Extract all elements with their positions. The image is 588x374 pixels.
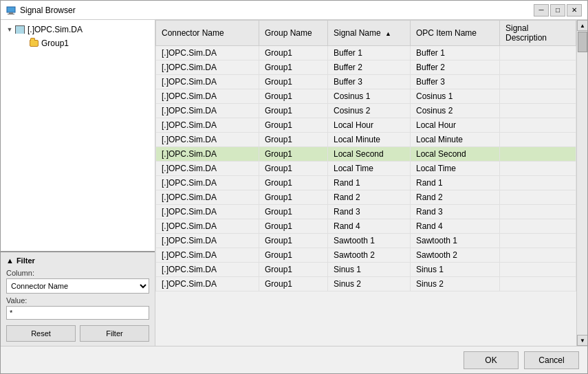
tree-child-expand xyxy=(19,38,28,48)
header-group-label: Group Name xyxy=(265,28,312,38)
table-row[interactable]: [.]OPC.Sim.DAGroup1Rand 3Rand 3 xyxy=(156,205,576,219)
table-row[interactable]: [.]OPC.Sim.DAGroup1Rand 4Rand 4 xyxy=(156,219,576,234)
scroll-thumb[interactable] xyxy=(578,32,587,52)
cell-connector: [.]OPC.Sim.DA xyxy=(156,147,259,162)
header-signal[interactable]: Signal Name ▲ xyxy=(328,21,411,46)
cell-group: Group1 xyxy=(259,176,328,190)
cell-desc xyxy=(500,89,576,104)
filter-buttons: Reset Filter xyxy=(6,325,149,342)
tree-child-item[interactable]: Group1 xyxy=(17,36,152,50)
filter-panel: ▲ Filter Column: Connector NameGroup Nam… xyxy=(1,251,155,346)
table-row[interactable]: [.]OPC.Sim.DAGroup1Cosinus 1Cosinus 1 xyxy=(156,89,576,104)
cell-opc: Rand 3 xyxy=(411,205,500,219)
filter-column-select[interactable]: Connector NameGroup NameSignal NameOPC I… xyxy=(6,278,149,294)
cell-desc xyxy=(500,219,576,234)
table-row[interactable]: [.]OPC.Sim.DAGroup1Local TimeLocal Time xyxy=(156,162,576,176)
table-row[interactable]: [.]OPC.Sim.DAGroup1Rand 2Rand 2 xyxy=(156,190,576,205)
table-header: Connector Name Group Name Signal Name ▲ xyxy=(156,21,576,46)
cell-desc xyxy=(500,176,576,190)
filter-button[interactable]: Filter xyxy=(80,325,149,342)
cell-signal: Buffer 1 xyxy=(328,46,411,60)
scroll-up-button[interactable]: ▲ xyxy=(577,20,587,31)
folder-icon xyxy=(28,38,39,49)
tree-root-item[interactable]: ▼ [.]OPC.Sim.DA xyxy=(3,23,152,36)
header-group[interactable]: Group Name xyxy=(259,21,328,46)
table-row[interactable]: [.]OPC.Sim.DAGroup1Local SecondLocal Sec… xyxy=(156,147,576,162)
cell-group: Group1 xyxy=(259,147,328,162)
cell-group: Group1 xyxy=(259,60,328,75)
cell-desc xyxy=(500,263,576,277)
filter-value-label: Value: xyxy=(6,296,149,305)
cancel-button[interactable]: Cancel xyxy=(524,351,579,369)
vertical-scrollbar[interactable]: ▲ ▼ xyxy=(576,20,587,346)
table-row[interactable]: [.]OPC.Sim.DAGroup1Cosinus 2Cosinus 2 xyxy=(156,104,576,118)
cell-signal: Rand 1 xyxy=(328,176,411,190)
table-container[interactable]: Connector Name Group Name Signal Name ▲ xyxy=(155,20,576,346)
right-panel: Connector Name Group Name Signal Name ▲ xyxy=(155,20,587,346)
cell-signal: Rand 4 xyxy=(328,219,411,234)
cell-signal: Local Second xyxy=(328,147,411,162)
cell-signal: Buffer 2 xyxy=(328,60,411,75)
cell-group: Group1 xyxy=(259,234,328,248)
header-signal-label: Signal Name xyxy=(334,28,381,38)
table-row[interactable]: [.]OPC.Sim.DAGroup1Buffer 3Buffer 3 xyxy=(156,75,576,89)
cell-connector: [.]OPC.Sim.DA xyxy=(156,277,259,292)
table-row[interactable]: [.]OPC.Sim.DAGroup1Sawtooth 1Sawtooth 1 xyxy=(156,234,576,248)
table-row[interactable]: [.]OPC.Sim.DAGroup1Rand 1Rand 1 xyxy=(156,176,576,190)
header-desc-label: Signal Description xyxy=(505,23,547,43)
filter-title-text: Filter xyxy=(17,256,35,265)
cell-group: Group1 xyxy=(259,277,328,292)
cell-signal: Rand 3 xyxy=(328,205,411,219)
header-opc-label: OPC Item Name xyxy=(416,28,477,38)
cell-opc: Buffer 1 xyxy=(411,46,500,60)
table-row[interactable]: [.]OPC.Sim.DAGroup1Sinus 2Sinus 2 xyxy=(156,277,576,292)
title-bar-left: Signal Browser xyxy=(6,6,76,15)
cell-desc xyxy=(500,234,576,248)
header-connector[interactable]: Connector Name xyxy=(156,21,259,46)
cell-signal: Sinus 1 xyxy=(328,263,411,277)
maximize-button[interactable]: □ xyxy=(550,4,565,16)
ok-button[interactable]: OK xyxy=(464,351,519,369)
header-connector-label: Connector Name xyxy=(162,28,224,38)
cell-opc: Sinus 1 xyxy=(411,263,500,277)
table-row[interactable]: [.]OPC.Sim.DAGroup1Local MinuteLocal Min… xyxy=(156,133,576,147)
tree-area[interactable]: ▼ [.]OPC.Sim.DA Group1 xyxy=(1,20,155,251)
close-button[interactable]: ✕ xyxy=(567,4,582,16)
cell-connector: [.]OPC.Sim.DA xyxy=(156,104,259,118)
table-row[interactable]: [.]OPC.Sim.DAGroup1Buffer 1Buffer 1 xyxy=(156,46,576,60)
cell-opc: Cosinus 2 xyxy=(411,104,500,118)
cell-signal: Rand 2 xyxy=(328,190,411,205)
filter-value-input[interactable] xyxy=(6,306,149,320)
scroll-track[interactable] xyxy=(577,31,587,335)
cell-connector: [.]OPC.Sim.DA xyxy=(156,248,259,263)
cell-desc xyxy=(500,104,576,118)
cell-opc: Sawtooth 1 xyxy=(411,234,500,248)
signal-browser-window: Signal Browser ─ □ ✕ ▼ [.]OPC.Sim.DA xyxy=(0,0,588,374)
table-row[interactable]: [.]OPC.Sim.DAGroup1Sawtooth 2Sawtooth 2 xyxy=(156,248,576,263)
reset-button[interactable]: Reset xyxy=(6,325,76,342)
scroll-down-button[interactable]: ▼ xyxy=(577,335,587,346)
cell-group: Group1 xyxy=(259,248,328,263)
cell-connector: [.]OPC.Sim.DA xyxy=(156,205,259,219)
cell-signal: Sinus 2 xyxy=(328,277,411,292)
table-row[interactable]: [.]OPC.Sim.DAGroup1Buffer 2Buffer 2 xyxy=(156,60,576,75)
cell-group: Group1 xyxy=(259,89,328,104)
cell-connector: [.]OPC.Sim.DA xyxy=(156,89,259,104)
cell-desc xyxy=(500,162,576,176)
cell-connector: [.]OPC.Sim.DA xyxy=(156,263,259,277)
filter-expand-icon[interactable]: ▲ xyxy=(6,256,14,265)
table-row[interactable]: [.]OPC.Sim.DAGroup1Local HourLocal Hour xyxy=(156,118,576,133)
cell-opc: Local Minute xyxy=(411,133,500,147)
window-title: Signal Browser xyxy=(20,6,76,15)
pc-icon xyxy=(14,24,25,35)
tree-expand-icon[interactable]: ▼ xyxy=(5,25,14,34)
header-desc[interactable]: Signal Description xyxy=(500,21,576,46)
cell-desc xyxy=(500,147,576,162)
table-body: [.]OPC.Sim.DAGroup1Buffer 1Buffer 1[.]OP… xyxy=(156,46,576,292)
svg-rect-1 xyxy=(9,12,13,14)
cell-opc: Buffer 3 xyxy=(411,75,500,89)
cell-group: Group1 xyxy=(259,133,328,147)
header-opc[interactable]: OPC Item Name xyxy=(411,21,500,46)
minimize-button[interactable]: ─ xyxy=(534,4,549,16)
table-row[interactable]: [.]OPC.Sim.DAGroup1Sinus 1Sinus 1 xyxy=(156,263,576,277)
